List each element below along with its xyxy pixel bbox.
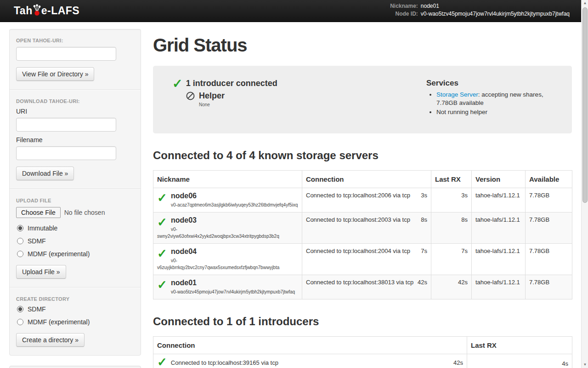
available-value: 7.78GB <box>526 213 572 244</box>
create-directory-label: CREATE DIRECTORY <box>16 296 134 302</box>
services-title: Services <box>426 79 558 88</box>
vertical-scrollbar[interactable]: ▲ ▼ <box>581 0 588 368</box>
brand-text-post: e-LAFS <box>41 5 80 17</box>
grid-status-summary: ✓ 1 introducer connected Helper None Ser… <box>153 66 572 133</box>
choose-file-button[interactable]: Choose File <box>16 207 61 218</box>
table-row: ✓ node04 v0-v6zuyjkbrrkqy2bvc2cny7qwax5s… <box>153 244 572 275</box>
storage-servers-heading: Connected to 4 of 4 known storage server… <box>153 149 572 162</box>
last-rx-value: 8s <box>431 213 472 244</box>
server-nickname: node01 <box>171 279 197 287</box>
storage-server-link[interactable]: Storage Server <box>436 91 478 98</box>
node-id-label: Node ID: <box>390 11 418 17</box>
connection-text: Connected to tcp:localhost:2004 via tcp <box>306 247 410 254</box>
main-content: Grid Status ✓ 1 introducer connected Hel… <box>153 22 572 368</box>
col-nickname: Nickname <box>153 171 302 188</box>
available-value: 7.78GB <box>526 275 572 299</box>
scrollbar-up-arrow[interactable]: ▲ <box>582 0 588 6</box>
tahoe-lafs-logo: Tah e-LAFS <box>14 4 79 17</box>
table-row: ✓ Connected to tcp:localhost:39165 via t… <box>153 354 572 368</box>
service-item-helper: Not running helper <box>436 108 558 116</box>
last-rx-value: 7s <box>431 244 472 275</box>
connection-age: 3s <box>421 192 427 199</box>
mkdir-sdmf-radio[interactable] <box>17 306 23 312</box>
server-nickname: node06 <box>171 192 197 200</box>
connection-text: Connected to tcp:localhost:2003 via tcp <box>306 216 410 223</box>
immutable-radio-label: Immutable <box>28 224 57 232</box>
helper-none-text: None <box>199 102 426 107</box>
tools-panel: TOOLS Recent and Active Operations <box>9 366 141 368</box>
server-node-id: v0-swny2viyw63ofxwi4x2yykd2woqjbpx3cw34x… <box>157 226 298 240</box>
connection-age: 7s <box>421 247 427 254</box>
server-nickname: node04 <box>171 247 197 255</box>
version-value: tahoe-lafs/1.12.1 <box>472 213 526 244</box>
page-title: Grid Status <box>153 35 572 56</box>
upload-format-sdmf[interactable]: SDMF <box>17 237 134 245</box>
upload-format-immutable[interactable]: Immutable <box>17 224 134 232</box>
separator <box>10 189 141 190</box>
introducer-connected-check-icon: ✓ <box>172 79 183 88</box>
connection-text: Connected to tcp:localhost:39165 via tcp <box>171 358 453 366</box>
connection-age: 42s <box>418 279 427 286</box>
last-rx-value: 4s <box>467 354 572 368</box>
upload-format-mdmf[interactable]: MDMF (experimental) <box>17 250 134 258</box>
upload-file-button[interactable]: Upload File » <box>16 265 66 279</box>
last-rx-value: 3s <box>431 188 472 213</box>
version-value: tahoe-lafs/1.12.1 <box>472 275 526 299</box>
services-section: Services Storage Server: accepting new s… <box>426 79 558 120</box>
separator <box>10 89 141 90</box>
view-file-button[interactable]: View File or Directory » <box>16 67 94 81</box>
table-row: ✓ node06 v0-acaz7qptmeo6m3asjlgkb6iwlyuq… <box>153 188 572 213</box>
immutable-radio[interactable] <box>17 225 23 231</box>
uri-field-label: URI <box>16 108 134 115</box>
mkdir-mdmf-radio[interactable] <box>17 319 23 325</box>
col-connection: Connection <box>302 171 431 188</box>
node-info: Nickname: node01 Node ID: v0-wao5tzv45pm… <box>390 3 570 17</box>
introducers-heading: Connected to 1 of 1 introducers <box>153 315 572 328</box>
available-value: 7.78GB <box>526 244 572 275</box>
service-item-storage: Storage Server: accepting new shares, 7.… <box>436 91 558 107</box>
connected-check-icon: ✓ <box>157 280 167 289</box>
table-row: ✓ node01 v0-wao5tzv45pmoju47jow7rvl4ukir… <box>153 275 572 299</box>
sidebar-main-panel: OPEN TAHOE-URI: View File or Directory »… <box>9 29 141 356</box>
node-id-value: v0-wao5tzv45pmoju47jow7rvl4ukirjm5ytbh2k… <box>421 11 570 17</box>
sdmf-radio[interactable] <box>17 238 23 244</box>
connected-check-icon: ✓ <box>157 249 167 258</box>
nickname-value: node01 <box>421 3 570 9</box>
top-navbar: Tah e-LAFS Nickname: node01 Node ID: v0-… <box>0 0 588 22</box>
storage-servers-table: Nickname Connection Last RX Version Avai… <box>153 170 572 299</box>
mdmf-radio[interactable] <box>17 251 23 257</box>
mdmf-radio-label: MDMF (experimental) <box>28 250 90 258</box>
mkdir-format-mdmf[interactable]: MDMF (experimental) <box>17 318 134 326</box>
storage-table-header-row: Nickname Connection Last RX Version Avai… <box>153 171 572 188</box>
no-file-chosen-text: No file chosen <box>64 209 105 216</box>
create-directory-button[interactable]: Create a directory » <box>16 333 85 347</box>
connected-check-icon: ✓ <box>157 218 167 227</box>
filename-field-label: Filename <box>16 136 134 144</box>
download-tahoe-uri-label: DOWNLOAD TAHOE-URI: <box>16 98 134 104</box>
server-node-id: v0-acaz7qptmeo6m3asjlgkb6iwlyuqey53hz26t… <box>157 201 298 208</box>
col-connection: Connection <box>153 337 467 354</box>
connection-text: Connected to tcp:localhost:2006 via tcp <box>306 192 410 199</box>
introducers-header-row: Connection Last RX <box>153 337 572 354</box>
mkdir-mdmf-radio-label: MDMF (experimental) <box>28 318 90 326</box>
connection-age: 8s <box>421 216 427 223</box>
separator <box>10 287 141 288</box>
helper-title: Helper <box>199 91 225 101</box>
open-tahoe-uri-label: OPEN TAHOE-URI: <box>16 38 134 43</box>
scrollbar-thumb[interactable] <box>582 7 588 203</box>
server-node-id: v0-wao5tzv45pmoju47jow7rvl4ukirjm5ytbh2k… <box>157 288 298 295</box>
sdmf-radio-label: SDMF <box>28 237 46 245</box>
mkdir-format-sdmf[interactable]: SDMF <box>17 305 134 313</box>
col-last-rx: Last RX <box>467 337 572 354</box>
download-uri-input[interactable] <box>16 118 116 132</box>
col-available: Available <box>526 171 572 188</box>
connected-check-icon: ✓ <box>157 358 167 366</box>
introducer-status-text: 1 introducer connected <box>186 79 277 88</box>
scrollbar-down-arrow[interactable]: ▼ <box>582 362 588 368</box>
download-filename-input[interactable] <box>16 146 116 160</box>
connected-check-icon: ✓ <box>157 193 167 202</box>
download-file-button[interactable]: Download File » <box>16 167 74 180</box>
upload-file-label: UPLOAD FILE <box>16 198 134 203</box>
open-uri-input[interactable] <box>16 47 116 61</box>
version-value: tahoe-lafs/1.12.1 <box>472 244 526 275</box>
